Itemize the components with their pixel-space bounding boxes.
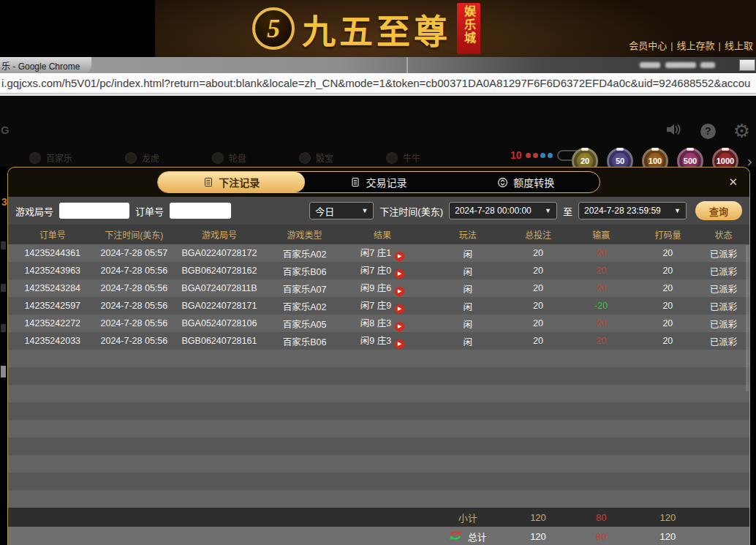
blurred-text bbox=[665, 62, 696, 68]
table-header: 订单号下注时间(美东)游戏局号游戏类型结果玩法总投注输赢打码量状态 bbox=[8, 225, 749, 244]
header-link[interactable]: 会员中心 bbox=[629, 40, 667, 51]
column-header: 总投注 bbox=[512, 228, 564, 241]
bet-time-label: 下注时间(美东) bbox=[379, 204, 443, 218]
logo-coin-icon: 5 bbox=[252, 7, 295, 50]
column-header: 结果 bbox=[341, 228, 423, 241]
game-icon bbox=[299, 152, 311, 164]
total-row: 总计 120 80 120 bbox=[8, 527, 749, 545]
close-icon[interactable]: ✕ bbox=[728, 176, 738, 189]
start-time-select[interactable]: 2024-7-28 00:00:00 ▼ bbox=[449, 202, 557, 219]
table-row: 142352432842024-7-28 05:56BGA0724072811B… bbox=[8, 279, 749, 297]
progress-dot bbox=[548, 153, 553, 158]
lobby-nav-item: 百家乐 bbox=[29, 151, 72, 164]
page-edge-fragment: 3 bbox=[1, 196, 7, 208]
swap-icon[interactable] bbox=[449, 530, 462, 543]
table-row: 142352425972024-7-28 05:56BGA02240728171… bbox=[8, 297, 749, 315]
end-time-select[interactable]: 2024-7-28 23:59:59 ▼ bbox=[578, 202, 687, 219]
game-icon bbox=[386, 152, 398, 164]
header-link[interactable]: 线上取 bbox=[725, 40, 753, 51]
browser-titlebar: 乐 - Google Chrome bbox=[0, 57, 756, 73]
tab-transfer[interactable]: 额度转换 bbox=[453, 172, 600, 192]
replay-icon[interactable]: ▶ bbox=[395, 339, 404, 349]
page-edge-blob bbox=[1, 241, 6, 249]
lobby-nav-item: 轮盘 bbox=[212, 151, 246, 164]
page-edge-blob bbox=[1, 324, 6, 332]
lobby-nav: 百家乐龙虎轮盘骰宝牛牛 bbox=[29, 151, 420, 164]
tab-transaction-records[interactable]: 交易记录 bbox=[305, 172, 452, 192]
window-title: 乐 - Google Chrome bbox=[0, 57, 91, 73]
progress-dot bbox=[540, 153, 545, 158]
scrollbar[interactable] bbox=[746, 245, 749, 391]
logo-badge: 娱乐城 bbox=[457, 3, 480, 54]
modal-tabs: 下注记录交易记录额度转换 bbox=[157, 171, 600, 193]
column-header: 下注时间(美东) bbox=[97, 228, 171, 241]
game-round-label: 游戏局号 bbox=[15, 204, 53, 218]
chevron-down-icon: ▼ bbox=[674, 207, 681, 214]
help-icon[interactable]: ? bbox=[700, 124, 716, 139]
order-input[interactable] bbox=[170, 203, 231, 219]
subtotal-row: 小计 120 80 120 bbox=[8, 508, 749, 527]
subtotal-label: 小计 bbox=[423, 511, 513, 525]
page-edge-blob bbox=[1, 366, 6, 377]
search-button[interactable]: 查询 bbox=[695, 201, 742, 220]
replay-icon[interactable]: ▶ bbox=[395, 252, 404, 261]
empty-row bbox=[8, 350, 749, 367]
volume-icon[interactable] bbox=[665, 122, 683, 140]
game-window: G ? ⚙ 百家乐龙虎轮盘骰宝牛牛 10 20501005001000› bbox=[0, 96, 756, 167]
game-icon bbox=[29, 152, 41, 164]
empty-row bbox=[8, 420, 749, 437]
column-header: 状态 bbox=[698, 228, 749, 241]
column-header: 输赢 bbox=[564, 228, 638, 241]
progress-badge: 10 bbox=[510, 149, 522, 161]
total-label: 总计 bbox=[468, 530, 487, 544]
records-modal: 下注记录交易记录额度转换 ✕ 游戏局号 订单号 今日 ▼ 下注时间(美东) 20… bbox=[7, 167, 750, 545]
column-header: 玩法 bbox=[423, 228, 513, 241]
replay-icon[interactable]: ▶ bbox=[395, 304, 404, 314]
address-bar[interactable]: i.gqjcxs.com/h5V01/pc/index.html?return=… bbox=[0, 73, 756, 94]
column-header: 游戏类型 bbox=[268, 228, 341, 241]
table-body: 142352443612024-7-28 05:57BGA02240728172… bbox=[8, 244, 749, 508]
subtotal-winloss: 80 bbox=[564, 512, 638, 523]
bet-records-icon bbox=[203, 177, 213, 187]
chevron-down-icon: ▼ bbox=[545, 207, 551, 214]
titlebar-seam bbox=[407, 57, 408, 73]
chevron-down-icon: ▼ bbox=[361, 207, 368, 214]
subtotal-bet: 120 bbox=[513, 512, 564, 523]
table-row: 142352439632024-7-28 05:56BGB06240728162… bbox=[8, 262, 749, 279]
empty-row bbox=[8, 385, 749, 402]
table-row: 142352443612024-7-28 05:57BGA02240728172… bbox=[8, 244, 749, 262]
game-round-input[interactable] bbox=[59, 203, 129, 219]
link-separator: | bbox=[719, 40, 721, 51]
chips-more-icon[interactable]: › bbox=[747, 154, 752, 168]
lobby-nav-item: 牛牛 bbox=[386, 151, 420, 164]
empty-row bbox=[8, 437, 749, 455]
settings-icon[interactable]: ⚙ bbox=[733, 123, 750, 139]
header-link[interactable]: 线上存款 bbox=[677, 40, 715, 51]
progress-dot bbox=[533, 153, 538, 158]
lobby-nav-item: 骰宝 bbox=[299, 151, 333, 164]
header-links: 会员中心|线上存款|线上取 bbox=[629, 38, 753, 52]
total-winloss: 80 bbox=[564, 531, 638, 542]
tab-bet-records[interactable]: 下注记录 bbox=[158, 172, 305, 192]
column-header: 打码量 bbox=[638, 228, 698, 241]
blurred-text bbox=[640, 62, 660, 68]
filter-bar: 游戏局号 订单号 今日 ▼ 下注时间(美东) 2024-7-28 00:00:0… bbox=[8, 197, 749, 225]
window-control-button[interactable] bbox=[739, 59, 755, 71]
order-label: 订单号 bbox=[135, 204, 164, 218]
screen: 5 九五至尊 娱乐城 会员中心|线上存款|线上取 乐 - Google Chro… bbox=[0, 0, 756, 545]
empty-row bbox=[8, 473, 749, 490]
transfer-icon bbox=[497, 177, 508, 188]
column-header: 游戏局号 bbox=[171, 228, 268, 241]
transaction-records-icon bbox=[350, 177, 360, 187]
site-logo: 5 九五至尊 娱乐城 bbox=[252, 3, 480, 54]
empty-row bbox=[8, 402, 749, 420]
table-row: 142352420332024-7-28 05:56BGB06240728161… bbox=[8, 332, 749, 350]
game-logo-fragment: G bbox=[1, 124, 10, 136]
replay-icon[interactable]: ▶ bbox=[395, 269, 404, 279]
game-icon bbox=[125, 152, 137, 164]
site-header: 5 九五至尊 娱乐城 会员中心|线上存款|线上取 bbox=[0, 0, 756, 57]
date-range-select[interactable]: 今日 ▼ bbox=[309, 202, 374, 219]
replay-icon[interactable]: ▶ bbox=[395, 322, 404, 331]
progress-widget: 10 bbox=[510, 149, 582, 161]
replay-icon[interactable]: ▶ bbox=[395, 287, 404, 296]
